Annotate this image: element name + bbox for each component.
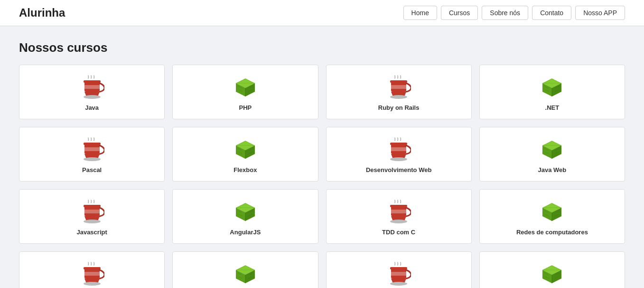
nav-cursos-button[interactable]: Cursos <box>441 6 478 20</box>
svg-rect-61 <box>84 205 101 207</box>
svg-rect-16 <box>390 80 407 83</box>
svg-rect-92 <box>84 272 100 276</box>
course-label-devweb: Desenvolvimento Web <box>366 166 431 173</box>
course-card-tdd[interactable]: TDD com C <box>326 189 472 244</box>
nav-contato-button[interactable]: Contato <box>532 6 571 20</box>
coffee-icon <box>386 137 411 162</box>
coffee-icon <box>386 75 411 99</box>
svg-rect-107 <box>391 272 406 276</box>
svg-point-19 <box>390 95 407 99</box>
course-label-dotnet: .NET <box>545 104 560 111</box>
cube-icon <box>233 75 258 99</box>
section-title: Nossos cursos <box>19 40 625 55</box>
svg-rect-1 <box>84 80 101 83</box>
cube-icon <box>233 261 258 286</box>
svg-rect-31 <box>84 143 101 145</box>
svg-point-49 <box>390 157 407 161</box>
svg-point-79 <box>390 220 407 223</box>
course-label-javascript: Javascript <box>76 229 107 236</box>
course-label-redes: Redes de computadores <box>516 229 588 236</box>
svg-point-64 <box>84 220 101 223</box>
course-card-devweb[interactable]: Desenvolvimento Web <box>326 127 472 182</box>
svg-point-4 <box>84 95 101 99</box>
course-label-javaweb: Java Web <box>538 166 567 173</box>
svg-point-94 <box>84 282 101 286</box>
coffee-icon <box>386 261 411 286</box>
svg-point-109 <box>390 282 407 286</box>
svg-rect-2 <box>84 85 100 89</box>
coffee-icon <box>386 199 411 224</box>
nav-app-button[interactable]: Nosso APP <box>575 6 625 20</box>
course-card-logica[interactable]: Lógica de programação <box>479 251 625 288</box>
courses-grid: Java PHP <box>19 65 625 288</box>
cube-icon <box>540 75 564 99</box>
course-label-flexbox: Flexbox <box>233 166 257 173</box>
site-header: Alurinha HomeCursosSobre nósContatoNosso… <box>0 0 644 26</box>
cube-icon <box>233 199 258 224</box>
course-label-angularjs: AngularJS <box>230 229 261 236</box>
nav-home-button[interactable]: Home <box>403 6 437 20</box>
course-card-javaweb[interactable]: Java Web <box>479 127 625 182</box>
course-card-php[interactable]: PHP <box>172 65 318 119</box>
coffee-icon <box>80 261 104 286</box>
main-content: Nossos cursos Java <box>0 26 644 288</box>
svg-point-34 <box>84 157 101 161</box>
coffee-icon <box>80 75 104 99</box>
course-card-mysql[interactable]: MySQL <box>19 251 165 288</box>
cube-icon <box>540 137 564 162</box>
course-card-pascal[interactable]: Pascal <box>19 127 165 182</box>
svg-rect-106 <box>390 267 407 269</box>
course-label-php: PHP <box>239 104 252 111</box>
svg-rect-62 <box>84 210 100 213</box>
svg-rect-77 <box>391 210 406 213</box>
course-card-angularjs[interactable]: AngularJS <box>172 189 318 244</box>
svg-rect-47 <box>391 147 406 151</box>
svg-rect-91 <box>84 267 101 269</box>
course-label-pascal: Pascal <box>82 166 102 173</box>
course-card-postgres[interactable]: Postegres <box>326 251 472 288</box>
svg-rect-17 <box>391 85 406 89</box>
course-card-mariadb[interactable]: MariaDB <box>172 251 318 288</box>
course-card-redes[interactable]: Redes de computadores <box>479 189 625 244</box>
cube-icon <box>540 261 564 286</box>
course-card-flexbox[interactable]: Flexbox <box>172 127 318 182</box>
svg-rect-32 <box>84 147 100 151</box>
svg-rect-76 <box>390 205 407 207</box>
cube-icon <box>233 137 258 162</box>
course-card-ruby[interactable]: Ruby on Rails <box>326 65 472 119</box>
coffee-icon <box>80 137 104 162</box>
main-nav: HomeCursosSobre nósContatoNosso APP <box>403 6 625 20</box>
cube-icon <box>540 199 564 224</box>
nav-sobre-button[interactable]: Sobre nós <box>482 6 528 20</box>
coffee-icon <box>80 199 104 224</box>
course-card-dotnet[interactable]: .NET <box>479 65 625 119</box>
course-label-tdd: TDD com C <box>382 229 415 236</box>
site-title: Alurinha <box>19 6 65 19</box>
svg-rect-46 <box>390 143 407 145</box>
course-label-ruby: Ruby on Rails <box>378 104 420 111</box>
course-card-javascript[interactable]: Javascript <box>19 189 165 244</box>
course-label-java: Java <box>85 104 99 111</box>
course-card-java[interactable]: Java <box>19 65 165 119</box>
